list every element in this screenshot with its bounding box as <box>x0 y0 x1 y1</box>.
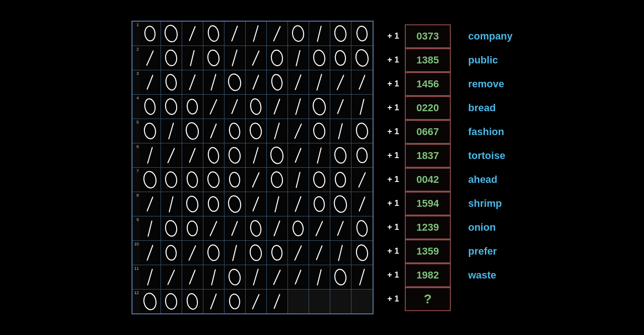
digit-cell <box>246 192 267 216</box>
svg-point-102 <box>207 244 219 261</box>
svg-line-63 <box>317 148 321 163</box>
word-item: shrimp <box>459 192 513 216</box>
svg-line-45 <box>169 123 173 139</box>
digit-cell <box>161 119 182 143</box>
svg-point-9 <box>334 25 347 42</box>
digit-cell <box>267 95 288 119</box>
svg-point-89 <box>165 220 178 237</box>
result-value: 0373 <box>416 30 439 42</box>
svg-line-25 <box>211 74 216 90</box>
digit-cell <box>288 265 309 289</box>
svg-point-68 <box>186 171 199 188</box>
svg-line-51 <box>295 124 301 138</box>
digit-cell <box>330 95 351 119</box>
digit-cell <box>224 143 246 167</box>
digit-cell <box>224 168 246 192</box>
svg-line-43 <box>360 99 364 114</box>
digit-cell <box>182 70 203 94</box>
digit-cell <box>203 95 224 119</box>
digit-cell <box>182 290 203 313</box>
svg-line-92 <box>232 221 237 235</box>
svg-point-85 <box>314 196 325 212</box>
digit-cell <box>140 168 161 192</box>
digit-cell <box>330 119 351 143</box>
word-label: public <box>468 54 498 66</box>
digit-cell <box>140 70 161 94</box>
svg-line-101 <box>189 246 196 260</box>
svg-point-44 <box>144 122 156 139</box>
svg-point-105 <box>271 245 283 261</box>
result-row: + 11239 <box>382 216 451 239</box>
digit-cell <box>330 70 351 94</box>
digit-cell <box>330 22 351 45</box>
svg-line-126 <box>253 295 259 309</box>
digit-cell <box>203 22 224 45</box>
digit-cell <box>330 192 351 216</box>
result-row: + 11385 <box>382 48 451 72</box>
svg-point-20 <box>335 50 346 66</box>
result-value: 1385 <box>416 54 439 66</box>
result-row: + 11359 <box>382 239 451 263</box>
grid-row: 4 <box>132 95 373 119</box>
digit-cell <box>203 216 224 240</box>
svg-point-23 <box>165 74 178 91</box>
digit-cell <box>267 265 288 289</box>
svg-line-42 <box>338 100 343 114</box>
row-number: 4 <box>132 95 140 100</box>
svg-line-108 <box>339 245 342 261</box>
svg-line-84 <box>295 197 301 211</box>
digit-cell <box>309 241 330 265</box>
result-value: 0667 <box>416 126 439 138</box>
cells-container <box>140 95 373 119</box>
digit-cell <box>288 143 309 167</box>
svg-line-103 <box>233 245 236 261</box>
digit-cell <box>246 143 267 167</box>
digit-cell <box>140 95 161 119</box>
svg-point-59 <box>228 147 241 164</box>
result-value: 1359 <box>416 245 439 257</box>
row-number: 8 <box>132 192 140 198</box>
result-value: 0042 <box>416 174 439 186</box>
cells-container <box>140 168 373 192</box>
digit-cell <box>224 119 246 143</box>
digit-cell <box>246 70 267 94</box>
svg-line-110 <box>148 269 152 285</box>
svg-point-93 <box>250 220 262 237</box>
word-label: onion <box>468 221 496 233</box>
svg-line-27 <box>253 75 259 89</box>
digit-cell <box>203 192 224 216</box>
result-value: ? <box>424 292 431 307</box>
digit-cell <box>182 241 203 265</box>
svg-point-75 <box>335 172 346 187</box>
result-value: 1837 <box>416 150 439 162</box>
result-box: 0220 <box>405 96 451 120</box>
digit-cell <box>246 168 267 192</box>
svg-point-109 <box>355 244 368 261</box>
result-row: + 1? <box>382 287 451 311</box>
digit-cell <box>288 95 309 119</box>
digit-cell <box>288 290 309 313</box>
svg-line-78 <box>169 197 173 212</box>
result-box: ? <box>405 287 451 311</box>
svg-point-7 <box>292 25 304 42</box>
result-box: 1385 <box>405 48 451 72</box>
digit-cell <box>330 290 351 313</box>
digit-cell <box>267 192 288 216</box>
svg-point-74 <box>313 171 326 188</box>
digit-cell <box>224 192 246 216</box>
svg-point-61 <box>270 146 284 165</box>
digit-cell <box>288 22 309 45</box>
digit-cell <box>161 241 182 265</box>
cells-container <box>140 216 373 240</box>
digit-cell <box>351 70 373 94</box>
cells-container <box>140 119 373 143</box>
digit-cell <box>267 168 288 192</box>
svg-line-50 <box>275 123 279 139</box>
digit-cell <box>267 241 288 265</box>
cells-container <box>140 290 373 313</box>
svg-point-104 <box>249 244 262 261</box>
svg-line-53 <box>339 124 342 139</box>
digit-cell <box>140 265 161 289</box>
grid-row: 3 <box>132 70 373 95</box>
digit-cell <box>246 46 267 70</box>
